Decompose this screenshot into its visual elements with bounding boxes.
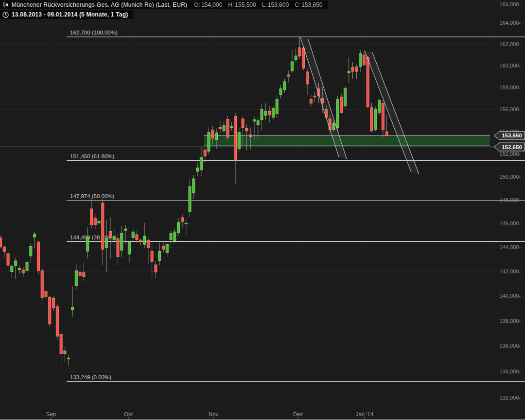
candle-body — [56, 307, 58, 336]
candle-body — [94, 218, 96, 225]
candle — [102, 199, 104, 265]
candle-body — [234, 117, 236, 160]
candle-body — [147, 240, 149, 248]
candle-body — [336, 100, 339, 128]
instrument-title: Münchener Rückversicherungs-Ges. AG (Mun… — [12, 1, 187, 8]
candle — [90, 199, 92, 228]
candle — [60, 330, 62, 364]
candle-body — [52, 299, 55, 308]
candle — [351, 62, 354, 79]
candle-body — [242, 119, 244, 128]
trading-app: 162,700 (100.00%)151,450 (61.80%)147,974… — [0, 0, 525, 420]
candle — [117, 233, 119, 265]
month-label: Okt — [124, 411, 133, 417]
candle-body — [227, 119, 229, 137]
candle — [181, 214, 183, 228]
candle — [121, 226, 123, 257]
candle — [45, 286, 47, 300]
y-axis-label: 158,000- — [500, 84, 521, 90]
clock-icon — [2, 12, 9, 18]
period-header: 13.08.2013 - 09.01.2014 (5 Monate, 1 Tag… — [0, 10, 133, 19]
candle-body — [102, 203, 104, 249]
candle — [234, 113, 236, 185]
candle — [11, 265, 13, 279]
candle — [367, 56, 369, 108]
candle-body — [3, 247, 5, 252]
candle — [15, 258, 17, 279]
candle — [359, 50, 362, 72]
candle — [0, 235, 2, 248]
candle-body — [382, 103, 384, 130]
candle — [87, 227, 89, 258]
candle-body — [128, 242, 130, 254]
candle-body — [378, 101, 381, 113]
fib-label: 162,700 (100.00%) — [70, 30, 118, 35]
candle-body — [204, 150, 206, 156]
price-badge: 152,650 — [494, 143, 525, 151]
candle — [7, 252, 9, 272]
y-axis-label: 142,000- — [500, 269, 521, 274]
y-axis-label: 150,000- — [500, 174, 521, 180]
candle-body — [215, 133, 218, 140]
candle-body — [113, 236, 115, 240]
candle — [49, 295, 51, 326]
candle-body — [374, 109, 377, 130]
candle — [295, 49, 297, 62]
candle — [56, 303, 58, 340]
candle — [310, 95, 312, 107]
candle-body — [45, 291, 47, 296]
candle-body — [22, 270, 24, 273]
candle — [227, 116, 229, 140]
candle — [37, 240, 39, 274]
candle — [79, 265, 81, 282]
candle — [189, 179, 191, 217]
candle-body — [359, 53, 362, 67]
candle — [344, 86, 346, 108]
candle-body — [34, 234, 36, 237]
price-chart[interactable]: 162,700 (100.00%)151,450 (61.80%)147,974… — [0, 0, 525, 420]
y-axis-label: 138,000- — [500, 318, 521, 324]
candle-body — [177, 222, 180, 233]
candle — [257, 118, 259, 138]
candle-body — [155, 265, 157, 272]
month-label: Jan '14 — [356, 411, 374, 417]
candle-body — [71, 307, 74, 310]
candle — [348, 57, 350, 83]
candle-body — [162, 246, 164, 249]
candle-body — [158, 251, 161, 260]
y-axis-label: 144,000- — [500, 244, 521, 250]
candle-body — [385, 132, 388, 135]
candle-body — [302, 48, 305, 68]
candle-body — [132, 232, 134, 237]
candle — [298, 37, 301, 58]
candle-body — [223, 125, 225, 131]
y-axis-label: 164,000- — [500, 20, 521, 26]
candle-body — [219, 128, 221, 129]
candle-body — [41, 270, 43, 297]
candle — [170, 230, 172, 248]
candle-body — [295, 56, 297, 60]
ohlc-low: L:153,600 — [262, 1, 289, 8]
candle-body — [136, 235, 138, 239]
candle-body — [287, 75, 290, 76]
candle-body — [11, 266, 13, 271]
y-axis-label: 134,000- — [500, 369, 521, 374]
ohlc-open: O:154,000 — [194, 1, 222, 8]
candle-body — [306, 72, 308, 84]
candle-body — [192, 179, 195, 193]
candle — [177, 218, 180, 235]
candle — [306, 68, 308, 95]
candle-body — [0, 238, 2, 247]
candle — [264, 103, 267, 120]
candle — [374, 107, 377, 131]
candle-body — [370, 108, 373, 131]
candle — [363, 51, 365, 67]
y-axis-label: 146,000- — [500, 220, 521, 226]
candle-body — [26, 262, 28, 270]
candle-body — [340, 97, 343, 113]
month-label: Dez — [293, 411, 303, 417]
candle — [155, 261, 157, 278]
y-axis-label: 148,000- — [500, 197, 521, 203]
candle-body — [344, 88, 346, 106]
candle — [22, 267, 24, 277]
